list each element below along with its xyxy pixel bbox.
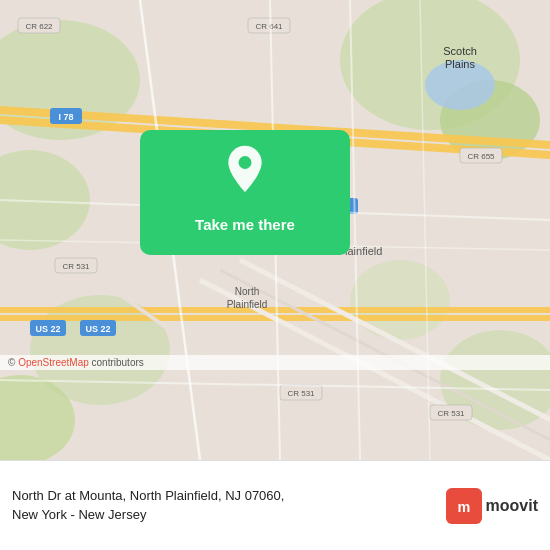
region-line: New York - New Jersey — [12, 506, 436, 524]
location-pin-icon — [220, 144, 270, 194]
svg-text:CR 641: CR 641 — [255, 22, 283, 31]
svg-point-8 — [350, 260, 450, 340]
info-text-block: North Dr at Mounta, North Plainfield, NJ… — [12, 487, 436, 523]
take-me-there-button[interactable]: Take me there — [156, 206, 334, 243]
info-bar: North Dr at Mounta, North Plainfield, NJ… — [0, 460, 550, 550]
moovit-text: moovit — [486, 497, 538, 515]
svg-text:m: m — [457, 498, 470, 514]
svg-text:CR 622: CR 622 — [25, 22, 53, 31]
svg-text:Plains: Plains — [445, 58, 475, 70]
address-line: North Dr at Mounta, North Plainfield, NJ… — [12, 487, 436, 505]
openstreetmap-link[interactable]: OpenStreetMap — [18, 357, 89, 368]
svg-text:CR 531: CR 531 — [437, 409, 465, 418]
map-container: I 78 I 78 US 22 US 22 CR 531 CR 531 CR 5… — [0, 0, 550, 460]
svg-text:US 22: US 22 — [85, 324, 110, 334]
copyright-bar: © OpenStreetMap contributors — [0, 355, 550, 370]
button-overlay: Take me there — [155, 130, 335, 255]
svg-text:US 22: US 22 — [35, 324, 60, 334]
svg-text:CR 531: CR 531 — [62, 262, 90, 271]
svg-text:I 78: I 78 — [58, 112, 73, 122]
svg-text:North: North — [235, 286, 259, 297]
svg-text:Scotch: Scotch — [443, 45, 477, 57]
svg-text:Plainfield: Plainfield — [227, 299, 268, 310]
moovit-logo: m moovit — [446, 488, 538, 524]
moovit-logo-icon: m — [446, 488, 482, 524]
svg-text:CR 655: CR 655 — [467, 152, 495, 161]
svg-text:CR 531: CR 531 — [287, 389, 315, 398]
copyright-text: © OpenStreetMap contributors — [8, 357, 144, 368]
svg-point-52 — [239, 156, 252, 169]
